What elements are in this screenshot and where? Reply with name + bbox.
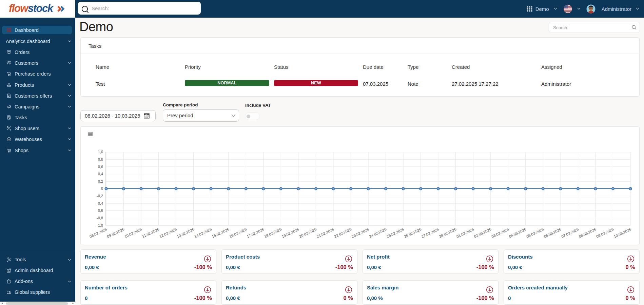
svg-text:-0,4: -0,4	[97, 201, 103, 205]
svg-text:07.03.2026: 07.03.2026	[561, 227, 579, 239]
svg-text:06.03.2026: 06.03.2026	[543, 227, 562, 239]
svg-text:27.02.2026: 27.02.2026	[421, 227, 440, 239]
svg-text:0,4: 0,4	[98, 172, 103, 176]
svg-text:19.02.2026: 19.02.2026	[281, 227, 300, 239]
svg-text:08.03.2026: 08.03.2026	[578, 227, 597, 239]
svg-text:0,6: 0,6	[98, 165, 103, 169]
svg-text:26.02.2026: 26.02.2026	[403, 227, 422, 239]
svg-text:10.03.2026: 10.03.2026	[613, 227, 632, 239]
svg-text:05.03.2026: 05.03.2026	[526, 227, 544, 239]
svg-text:24.02.2026: 24.02.2026	[368, 227, 387, 239]
svg-text:17.02.2026: 17.02.2026	[246, 227, 265, 239]
svg-text:0: 0	[101, 186, 103, 190]
svg-text:-0,8: -0,8	[97, 216, 103, 220]
svg-text:21.02.2026: 21.02.2026	[316, 227, 335, 239]
svg-text:10.02.2026: 10.02.2026	[124, 227, 142, 239]
svg-text:28.02.2026: 28.02.2026	[438, 227, 457, 239]
svg-text:-1,0: -1,0	[97, 223, 103, 227]
svg-text:23.02.2026: 23.02.2026	[351, 227, 370, 239]
svg-text:02.03.2026: 02.03.2026	[473, 227, 492, 239]
svg-text:-0,6: -0,6	[97, 208, 103, 212]
svg-text:18.02.2026: 18.02.2026	[264, 227, 282, 239]
svg-text:01.03.2026: 01.03.2026	[456, 227, 474, 239]
svg-text:09.03.2026: 09.03.2026	[596, 227, 614, 239]
svg-text:03.03.2026: 03.03.2026	[491, 227, 509, 239]
svg-text:09.02.2026: 09.02.2026	[106, 227, 125, 239]
svg-text:25.02.2026: 25.02.2026	[386, 227, 405, 239]
svg-text:22.02.2026: 22.02.2026	[333, 227, 352, 239]
svg-text:04.03.2026: 04.03.2026	[508, 227, 527, 239]
svg-text:13.02.2026: 13.02.2026	[176, 227, 195, 239]
svg-text:-0,2: -0,2	[97, 194, 103, 198]
svg-text:1,0: 1,0	[98, 150, 103, 154]
svg-text:08.02.2026: 08.02.2026	[89, 227, 108, 239]
svg-text:15.02.2026: 15.02.2026	[211, 227, 230, 239]
svg-text:0,2: 0,2	[98, 179, 103, 183]
svg-text:flowstock: flowstock	[9, 2, 54, 14]
svg-text:20.02.2026: 20.02.2026	[298, 227, 317, 239]
svg-text:12.02.2026: 12.02.2026	[159, 227, 177, 239]
svg-text:11.02.2026: 11.02.2026	[141, 227, 160, 239]
svg-text:0,8: 0,8	[98, 157, 103, 161]
svg-text:14.02.2026: 14.02.2026	[194, 227, 212, 239]
svg-text:16.02.2026: 16.02.2026	[229, 227, 247, 239]
